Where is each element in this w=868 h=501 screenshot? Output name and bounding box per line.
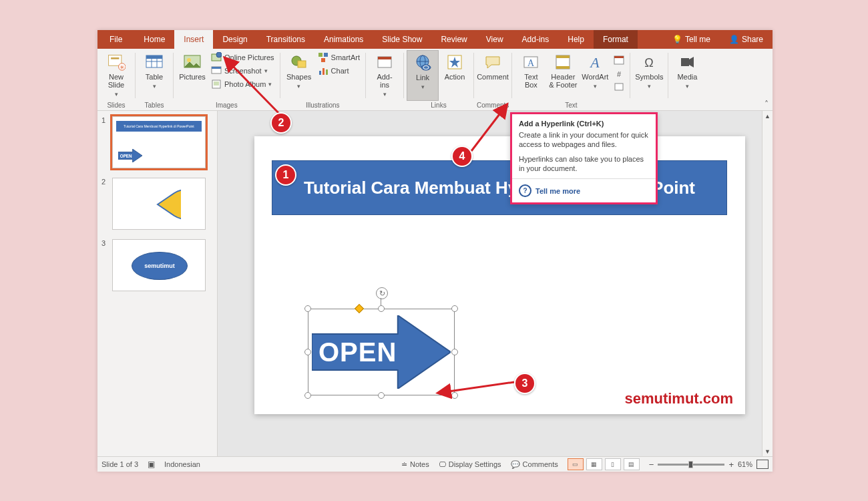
group-symbols: Ω Symbols [630, 49, 668, 110]
smartart-button[interactable]: SmartArt [315, 51, 363, 63]
tooltip-body-1: Create a link in your document for quick… [512, 130, 656, 154]
tab-animations[interactable]: Animations [314, 30, 373, 49]
group-links: Link Action [404, 49, 473, 110]
symbols-button[interactable]: Ω Symbols [633, 50, 665, 108]
svg-rect-40 [614, 56, 624, 58]
svg-text:A: A [527, 58, 535, 68]
zoom-in-button[interactable]: + [728, 460, 734, 470]
spellcheck-icon[interactable]: ▣ [148, 460, 155, 469]
svg-marker-45 [689, 57, 694, 67]
svg-rect-19 [318, 53, 322, 57]
symbols-label: Symbols [635, 73, 663, 81]
language-status[interactable]: Indonesian [164, 460, 200, 468]
action-button[interactable]: Action [439, 50, 471, 101]
chart-icon [318, 65, 329, 76]
display-settings-button[interactable]: 🖵Display Settings [439, 460, 501, 468]
sorter-view-icon[interactable]: ▦ [586, 458, 602, 470]
media-label: Media [677, 73, 697, 81]
fit-to-window-icon[interactable] [756, 460, 769, 469]
svg-point-10 [187, 58, 191, 62]
view-mode-switcher: ▭ ▦ ▯ ▤ [568, 458, 640, 470]
reading-view-icon[interactable]: ▯ [605, 458, 621, 470]
tab-view[interactable]: View [477, 30, 513, 49]
rotate-handle[interactable] [376, 287, 388, 299]
tab-slideshow[interactable]: Slide Show [373, 30, 431, 49]
slide-title-banner[interactable]: Tutorial Cara Membuat Hyperlink di Power… [272, 160, 727, 215]
svg-rect-5 [146, 55, 162, 59]
status-bar: Slide 1 of 3 ▣ Indonesian ≐Notes 🖵Displa… [97, 456, 773, 472]
pictures-button[interactable]: Pictures [176, 50, 208, 101]
annotation-arrow-3 [435, 374, 522, 401]
slideshow-view-icon[interactable]: ▤ [624, 458, 640, 470]
chart-label: Chart [331, 67, 349, 75]
tab-design[interactable]: Design [213, 30, 256, 49]
table-icon [145, 53, 164, 71]
header-footer-button[interactable]: Header & Footer [547, 50, 579, 101]
tell-me[interactable]: 💡 Tell me [663, 30, 720, 49]
thumb-3-oval: semutimut [132, 252, 188, 280]
text-extra-1[interactable] [611, 54, 627, 66]
svg-text:A: A [590, 54, 600, 71]
scroll-up-icon[interactable]: ▲ [763, 111, 773, 121]
pictures-label: Pictures [179, 73, 206, 81]
vertical-scrollbar[interactable]: ▲ ▼ [762, 111, 773, 456]
text-extra-2[interactable]: # [611, 67, 627, 79]
svg-text:✳: ✳ [120, 64, 125, 71]
addins-icon [375, 53, 394, 71]
arrow-text: OPEN [308, 309, 455, 395]
annotation-arrow-4 [469, 100, 522, 154]
group-addins: Add- ins [366, 49, 403, 110]
zoom-slider-thumb[interactable] [688, 461, 693, 468]
textbox-button[interactable]: A Text Box [515, 50, 547, 101]
wordart-button[interactable]: A WordArt [579, 50, 611, 101]
link-button[interactable]: Link [407, 50, 439, 101]
date-icon [614, 55, 624, 65]
slide-thumb-3[interactable]: semutimut [112, 239, 206, 291]
ribbon: ✳ New Slide Table [97, 49, 773, 111]
scroll-down-icon[interactable]: ▼ [763, 446, 773, 456]
normal-view-icon[interactable]: ▭ [568, 458, 584, 470]
zoom-percent[interactable]: 61% [738, 460, 752, 468]
zoom-out-button[interactable]: − [649, 460, 654, 470]
tab-addins[interactable]: Add-ins [513, 30, 559, 49]
svg-rect-16 [214, 81, 219, 86]
slide-thumbnails-pane: 1 Tutorial Cara Membuat Hyperlink di Pow… [97, 111, 218, 456]
svg-rect-26 [378, 57, 391, 59]
selected-arrow-shape[interactable]: OPEN [308, 309, 455, 395]
comment-button[interactable]: Comment [477, 50, 509, 101]
slide-thumb-2[interactable] [112, 178, 206, 230]
textbox-label: Text Box [524, 73, 537, 89]
addins-button[interactable]: Add- ins [369, 50, 401, 108]
table-label: Table [146, 73, 163, 81]
zoom-slider[interactable] [658, 464, 724, 466]
tab-help[interactable]: Help [558, 30, 594, 49]
object-icon [614, 81, 624, 92]
slide-thumb-1[interactable]: Tutorial Cara Membuat Hyperlink di Power… [112, 116, 206, 168]
chart-button[interactable]: Chart [315, 65, 363, 77]
text-extra-3[interactable] [611, 81, 627, 93]
slide-counter[interactable]: Slide 1 of 3 [101, 460, 138, 468]
tab-transitions[interactable]: Transitions [257, 30, 314, 49]
tab-home[interactable]: Home [134, 30, 174, 49]
tooltip-title: Add a Hyperlink (Ctrl+K) [512, 114, 656, 130]
new-slide-icon: ✳ [107, 53, 126, 71]
slide-canvas[interactable]: Tutorial Cara Membuat Hyperlink di Power… [254, 136, 745, 414]
collapse-ribbon-icon[interactable]: ˄ [765, 100, 769, 109]
comment-label: Comment [477, 73, 509, 81]
callout-1: 1 [275, 164, 296, 186]
svg-rect-22 [319, 71, 321, 75]
media-button[interactable]: Media [671, 50, 703, 108]
share-button[interactable]: 👤 Share [720, 30, 773, 49]
tab-file[interactable]: File [97, 30, 134, 49]
svg-rect-36 [556, 55, 570, 58]
link-tooltip: Add a Hyperlink (Ctrl+K) Create a link i… [510, 112, 658, 204]
tab-review[interactable]: Review [431, 30, 476, 49]
new-slide-button[interactable]: ✳ New Slide [100, 50, 132, 101]
comments-status-button[interactable]: 💬Comments [511, 460, 558, 469]
thumb-1-arrow: OPEN [118, 149, 142, 162]
tab-format[interactable]: Format [594, 30, 638, 49]
notes-button[interactable]: ≐Notes [401, 460, 429, 469]
table-button[interactable]: Table [138, 50, 170, 101]
tab-insert[interactable]: Insert [174, 30, 213, 49]
tooltip-tell-me-more[interactable]: ? Tell me more [512, 179, 656, 202]
